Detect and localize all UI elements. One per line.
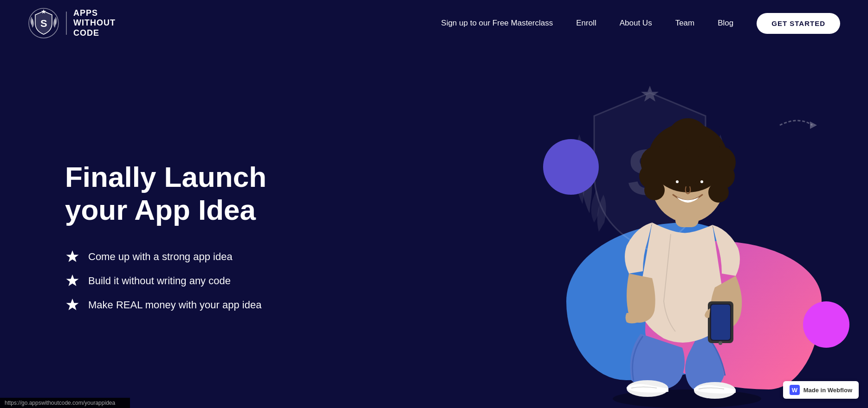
svg-text:S: S xyxy=(40,18,47,29)
svg-point-25 xyxy=(698,140,721,164)
svg-point-29 xyxy=(700,180,703,183)
logo-link[interactable]: S APPS WITHOUT CODE xyxy=(28,7,116,39)
svg-point-27 xyxy=(695,179,705,187)
list-item: Come up with a strong app idea xyxy=(65,249,316,264)
svg-point-17 xyxy=(644,180,665,200)
svg-point-28 xyxy=(676,180,679,183)
nav-about[interactable]: About Us xyxy=(620,19,652,28)
hero-title: Finally Launch your App Idea xyxy=(65,160,316,227)
navbar: S APPS WITHOUT CODE Sign up to our Free … xyxy=(0,0,868,46)
nav-blog[interactable]: Blog xyxy=(718,19,733,28)
bullet-star-icon-1 xyxy=(65,249,80,264)
list-item: Make REAL money with your app idea xyxy=(65,298,316,312)
logo-divider xyxy=(66,12,67,35)
bullet-star-icon-2 xyxy=(65,274,80,288)
svg-rect-32 xyxy=(711,305,730,340)
hero-person-image xyxy=(571,102,803,408)
nav-links: Sign up to our Free Masterclass Enroll A… xyxy=(441,13,840,34)
hero-content: Finally Launch your App Idea Come up wit… xyxy=(0,142,316,313)
webflow-icon: W xyxy=(790,385,800,395)
nav-enroll[interactable]: Enroll xyxy=(576,19,596,28)
nav-masterclass[interactable]: Sign up to our Free Masterclass xyxy=(441,19,553,28)
svg-point-24 xyxy=(654,140,678,164)
nav-team[interactable]: Team xyxy=(675,19,695,28)
webflow-badge[interactable]: W Made in Webflow xyxy=(783,381,859,399)
svg-marker-6 xyxy=(810,121,817,129)
hero-bullets: Come up with a strong app idea Build it … xyxy=(65,249,316,312)
hero-visual: S xyxy=(427,46,868,408)
logo-shield-icon: S xyxy=(28,7,59,39)
bullet-star-icon-3 xyxy=(65,298,80,312)
svg-point-26 xyxy=(671,179,680,187)
bullet-text-3: Make REAL money with your app idea xyxy=(88,299,261,311)
get-started-button[interactable]: GET STARTED xyxy=(757,13,840,34)
svg-marker-3 xyxy=(66,250,79,262)
svg-marker-4 xyxy=(66,274,79,286)
hero-section: Finally Launch your App Idea Come up wit… xyxy=(0,46,868,408)
status-url: https://go.appswithoutcode.com/yourappid… xyxy=(5,400,115,406)
status-bar: https://go.appswithoutcode.com/yourappid… xyxy=(0,398,130,408)
svg-point-33 xyxy=(719,341,722,345)
bullet-text-1: Come up with a strong app idea xyxy=(88,251,233,263)
svg-marker-5 xyxy=(66,299,79,310)
list-item: Build it without writing any code xyxy=(65,274,316,288)
svg-point-20 xyxy=(708,182,729,203)
pink-circle-decoration xyxy=(803,301,849,348)
logo-text: APPS WITHOUT CODE xyxy=(73,8,116,38)
webflow-label: Made in Webflow xyxy=(803,387,852,394)
bullet-text-2: Build it without writing any code xyxy=(88,275,231,287)
